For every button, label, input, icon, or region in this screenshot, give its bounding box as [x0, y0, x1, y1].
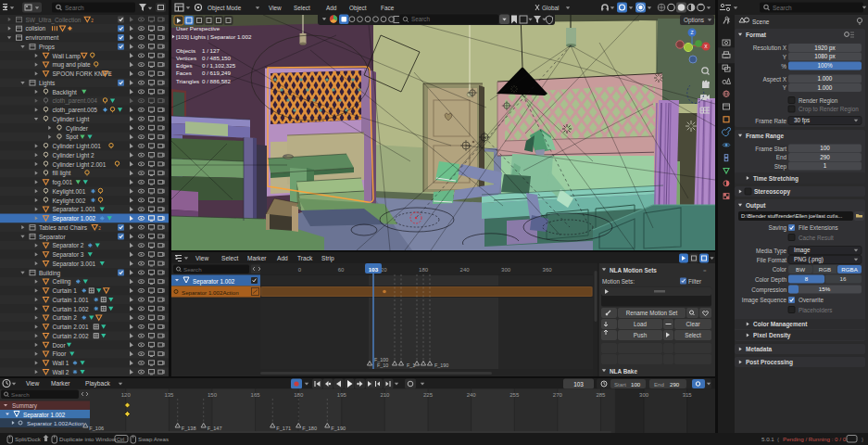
svg-text:Pixel Density: Pixel Density [753, 332, 791, 339]
svg-text:Aspect X: Aspect X [762, 76, 786, 83]
svg-text:Cylinder Light 2.001: Cylinder Light 2.001 [53, 161, 107, 169]
svg-text:Compression: Compression [751, 286, 786, 294]
svg-text:Load: Load [634, 321, 648, 327]
svg-text:0 / 619,249: 0 / 619,249 [202, 70, 232, 76]
svg-text:{: { [777, 436, 779, 442]
svg-text:Search: Search [773, 5, 792, 11]
svg-text:Props: Props [39, 44, 56, 51]
svg-text:Select: Select [221, 255, 238, 261]
svg-text:mug and plate: mug and plate [53, 61, 92, 69]
svg-text:RGBA: RGBA [841, 266, 858, 273]
svg-text:103: 103 [573, 381, 584, 388]
svg-text:File Extensions: File Extensions [799, 224, 838, 231]
svg-text:Time Stretching: Time Stretching [753, 175, 799, 183]
svg-text:180: 180 [419, 267, 429, 273]
svg-text:Add: Add [326, 5, 337, 11]
svg-text:Overwrite: Overwrite [799, 297, 824, 303]
svg-text:Separator 1.002Action: Separator 1.002Action [27, 420, 84, 426]
svg-text:F_171: F_171 [276, 426, 291, 431]
svg-text:End: End [776, 154, 787, 160]
svg-text:Wall 1: Wall 1 [53, 360, 69, 366]
svg-text:fill light: fill light [53, 170, 71, 177]
svg-text:Cache Result: Cache Result [799, 235, 834, 241]
svg-text:1920 px: 1920 px [814, 44, 836, 52]
svg-text:1080 px: 1080 px [814, 53, 836, 60]
svg-text:Cylinder Light: Cylinder Light [53, 116, 90, 123]
svg-text:F_190: F_190 [434, 362, 448, 368]
svg-text:290: 290 [820, 154, 830, 160]
svg-text:Color Management: Color Management [753, 321, 808, 328]
svg-text:Frame Range: Frame Range [746, 133, 785, 140]
svg-text:PNG (.png): PNG (.png) [794, 256, 824, 263]
svg-text:103: 103 [369, 266, 379, 273]
svg-text:Filter: Filter [688, 278, 701, 285]
svg-text:Spot: Spot [66, 134, 79, 141]
svg-text:fog.001: fog.001 [53, 179, 73, 186]
svg-text:16: 16 [840, 275, 847, 282]
svg-text:Edges: Edges [176, 62, 193, 69]
svg-text:Triangles: Triangles [176, 78, 199, 84]
svg-text:Search: Search [65, 5, 84, 11]
svg-text:0 / 485,150: 0 / 485,150 [202, 55, 232, 61]
svg-text:Color: Color [773, 266, 787, 273]
svg-text:240: 240 [467, 392, 477, 398]
svg-text:Wall Lamp: Wall Lamp [53, 53, 82, 60]
svg-text:F_147: F_147 [208, 426, 222, 431]
svg-text:View: View [26, 380, 39, 387]
svg-text:Keylight.001: Keylight.001 [53, 188, 86, 196]
svg-text:F_138: F_138 [182, 426, 196, 431]
svg-text:1 / 127: 1 / 127 [202, 47, 220, 54]
svg-text:300: 300 [501, 267, 511, 273]
svg-text:Floor: Floor [53, 350, 68, 357]
svg-text:255: 255 [509, 392, 520, 398]
svg-text:Scene: Scene [752, 19, 770, 25]
svg-text:cloth_parent.005: cloth_parent.005 [53, 107, 98, 114]
svg-text:User Perspective: User Perspective [176, 25, 220, 32]
svg-text:Curtain 2.001: Curtain 2.001 [53, 324, 89, 330]
svg-text:View: View [195, 255, 208, 261]
svg-text:NLA Motion Sets: NLA Motion Sets [610, 267, 657, 273]
svg-text:BW: BW [796, 266, 805, 273]
svg-text:F_10: F_10 [377, 362, 388, 368]
svg-text:Playback: Playback [85, 380, 110, 388]
svg-text:Face: Face [381, 5, 395, 11]
svg-text:0 / 886,582: 0 / 886,582 [202, 78, 232, 84]
svg-text:Faces: Faces [176, 70, 192, 76]
svg-text:180: 180 [294, 392, 304, 398]
svg-text:Curtain 1.002: Curtain 1.002 [53, 306, 89, 312]
svg-text:Object Mode: Object Mode [208, 5, 242, 12]
svg-text:SW_Ultra_Collection: SW_Ultra_Collection [26, 17, 82, 24]
svg-text:1.000: 1.000 [818, 84, 833, 91]
svg-text:Clear: Clear [686, 321, 699, 327]
svg-text:60: 60 [338, 267, 345, 273]
svg-text:%: % [781, 63, 786, 70]
svg-text:360: 360 [543, 267, 553, 273]
svg-text:Strip: Strip [321, 255, 334, 262]
svg-text:100: 100 [631, 381, 641, 388]
svg-text:Cylinder Light.001: Cylinder Light.001 [53, 143, 102, 150]
svg-text:8: 8 [805, 275, 809, 282]
svg-text:Resolution X: Resolution X [753, 44, 787, 51]
svg-text:5.0.1: 5.0.1 [761, 436, 774, 442]
svg-text:NLA Bake: NLA Bake [610, 368, 637, 375]
svg-text:environment: environment [26, 34, 59, 41]
svg-text:Separator 1.002: Separator 1.002 [193, 278, 235, 286]
svg-text:300: 300 [639, 392, 649, 398]
svg-text:Image Sequence: Image Sequence [742, 297, 787, 304]
svg-text:Objects: Objects [176, 47, 195, 54]
svg-text:Y: Y [783, 54, 787, 60]
svg-text:Pending / Running : 0 / 0: Pending / Running : 0 / 0 [783, 436, 847, 442]
svg-text:Saving: Saving [768, 224, 786, 232]
svg-text:Summary: Summary [12, 402, 38, 410]
svg-text:F_190: F_190 [331, 426, 346, 431]
svg-text:Rename Motion Set: Rename Motion Set [626, 310, 678, 316]
svg-text:Curtain 1: Curtain 1 [53, 287, 78, 294]
svg-text:315: 315 [683, 392, 693, 398]
svg-text:Separator 1.002: Separator 1.002 [23, 412, 66, 419]
svg-text:Object: Object [349, 5, 367, 12]
svg-text:Select: Select [294, 5, 310, 11]
svg-text:100: 100 [820, 145, 830, 151]
svg-text:Frame Start: Frame Start [755, 146, 786, 152]
svg-text:Door: Door [53, 342, 67, 349]
svg-text:Stereoscopy: Stereoscopy [754, 188, 790, 196]
